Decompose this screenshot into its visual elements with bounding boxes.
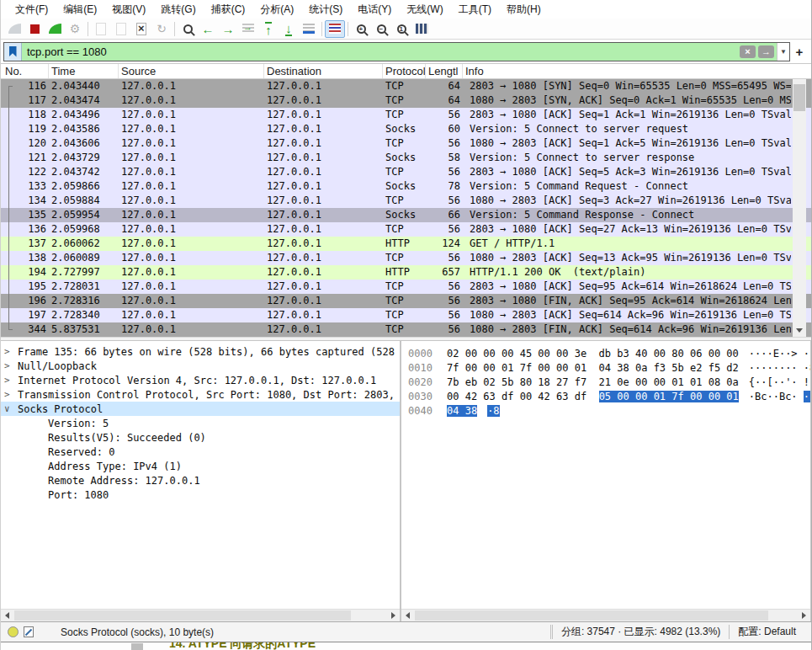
detail-row[interactable]: > Frame 135: 66 bytes on wire (528 bits)…	[1, 344, 400, 359]
bytes-hscrollbar[interactable]	[401, 609, 810, 621]
menu-item[interactable]: 分析(A)	[252, 1, 301, 19]
packet-row[interactable]: 197 2.728340 127.0.0.1 127.0.0.1 TCP 56 …	[1, 308, 811, 322]
go-to-packet-button[interactable]: →	[238, 20, 258, 38]
save-file-button[interactable]	[111, 20, 131, 38]
column-header-time[interactable]: Time	[49, 64, 119, 78]
detail-row[interactable]: > Transmission Control Protocol, Src Por…	[1, 387, 400, 402]
detail-row[interactable]: Address Type: IPv4 (1)	[1, 459, 400, 473]
go-back-button[interactable]: ←	[198, 20, 218, 38]
capture-comment-icon[interactable]	[24, 626, 34, 637]
restart-capture-button[interactable]	[45, 20, 65, 38]
detail-row[interactable]: Results(V5): Succeeded (0)	[1, 430, 400, 445]
menu-item[interactable]: 工具(T)	[451, 1, 499, 19]
resize-grip[interactable]	[804, 622, 811, 642]
scroll-left-button[interactable]	[401, 610, 414, 621]
expert-info-icon[interactable]	[8, 626, 19, 637]
packet-row[interactable]: 119 2.043586 127.0.0.1 127.0.0.1 Socks 6…	[1, 122, 811, 136]
menu-item[interactable]: 统计(S)	[301, 1, 350, 19]
scroll-right-button[interactable]	[387, 610, 400, 621]
packet-row[interactable]: 138 2.060089 127.0.0.1 127.0.0.1 TCP 56 …	[1, 251, 811, 265]
stop-capture-button[interactable]	[24, 20, 45, 38]
packet-row[interactable]: 344 5.837531 127.0.0.1 127.0.0.1 TCP 56 …	[1, 322, 811, 337]
menu-item[interactable]: 捕获(C)	[204, 1, 253, 19]
detail-row[interactable]: Remote Address: 127.0.0.1	[1, 473, 400, 488]
detail-row[interactable]: Version: 5	[1, 416, 400, 430]
packet-row[interactable]: 195 2.728031 127.0.0.1 127.0.0.1 TCP 56 …	[1, 280, 811, 294]
column-header-destination[interactable]: Destination	[264, 64, 383, 78]
triangle-down-icon	[796, 328, 803, 333]
filter-add-button[interactable]: +	[790, 45, 809, 59]
scroll-left-button[interactable]	[1, 610, 13, 621]
hex-row[interactable]: 0020 7b eb 02 5b 80 18 27 f7 21 0e 00 00…	[401, 375, 810, 389]
packet-row[interactable]: 135 2.059954 127.0.0.1 127.0.0.1 Socks 6…	[1, 208, 811, 222]
packet-row[interactable]: 134 2.059884 127.0.0.1 127.0.0.1 TCP 56 …	[1, 194, 811, 208]
go-last-packet-button[interactable]: ↓	[279, 20, 299, 38]
go-first-packet-button[interactable]: ↑	[258, 20, 279, 38]
detail-row[interactable]: ∨ Socks Protocol	[1, 402, 400, 416]
details-hscrollbar[interactable]	[1, 609, 400, 621]
detail-row[interactable]: Reserved: 0	[1, 445, 400, 459]
colorize-button[interactable]	[325, 20, 345, 38]
packet-row[interactable]: 117 2.043474 127.0.0.1 127.0.0.1 TCP 64 …	[1, 93, 811, 108]
scrollbar-thumb[interactable]	[793, 84, 805, 111]
find-packet-button[interactable]	[178, 20, 198, 38]
filter-bookmark-button[interactable]	[4, 43, 22, 61]
hex-row[interactable]: 0030 00 42 63 df 00 42 63 df 05 00 00 01…	[401, 389, 810, 403]
packet-row[interactable]: 137 2.060062 127.0.0.1 127.0.0.1 HTTP 12…	[1, 237, 811, 251]
filter-apply-button[interactable]: →	[758, 45, 774, 58]
column-header-source[interactable]: Source	[119, 64, 264, 78]
column-header-info[interactable]: Info	[463, 64, 811, 78]
menu-item[interactable]: 文件(F)	[8, 1, 56, 19]
scroll-right-button[interactable]	[798, 610, 810, 621]
detail-row[interactable]: > Null/Loopback	[1, 359, 400, 373]
menu-item[interactable]: 电话(Y)	[350, 1, 399, 19]
scroll-down-button[interactable]	[793, 324, 806, 337]
filter-clear-button[interactable]: ×	[740, 45, 756, 58]
scrollbar-thumb[interactable]	[415, 610, 768, 621]
menu-item[interactable]: 无线(W)	[399, 1, 450, 19]
column-header-length[interactable]: Lengtl	[426, 64, 463, 78]
menu-item[interactable]: 编辑(E)	[56, 1, 104, 19]
start-capture-button[interactable]	[4, 20, 24, 38]
expander-icon[interactable]: ∨	[4, 403, 18, 414]
expander-icon[interactable]: >	[4, 389, 18, 400]
packet-row[interactable]: 122 2.043742 127.0.0.1 127.0.0.1 TCP 56 …	[1, 165, 811, 179]
menu-item[interactable]: 帮助(H)	[499, 1, 549, 19]
packet-list-scrollbar[interactable]	[793, 79, 806, 337]
display-filter-field[interactable]: tcp.port == 1080 × → ▼	[3, 42, 790, 61]
packet-row[interactable]: 116 2.043440 127.0.0.1 127.0.0.1 TCP 64 …	[1, 79, 811, 93]
detail-row[interactable]: Port: 1080	[1, 488, 400, 502]
packet-row[interactable]: 196 2.728316 127.0.0.1 127.0.0.1 TCP 56 …	[1, 294, 811, 308]
scrollbar-thumb[interactable]	[14, 610, 351, 621]
zoom-out-button[interactable]: −	[371, 20, 391, 38]
hex-row[interactable]: 0000 02 00 00 00 45 00 00 3e db b3 40 00…	[401, 346, 810, 360]
packet-row[interactable]: 120 2.043606 127.0.0.1 127.0.0.1 TCP 56 …	[1, 136, 811, 151]
resize-columns-button[interactable]	[411, 20, 432, 38]
detail-row[interactable]: > Internet Protocol Version 4, Src: 127.…	[1, 373, 400, 387]
hex-row[interactable]: 0040 04 38 ·8	[401, 403, 810, 418]
open-file-button[interactable]	[91, 20, 111, 38]
capture-options-button[interactable]: ⚙	[65, 20, 85, 38]
expander-icon[interactable]: >	[4, 346, 18, 357]
menu-item[interactable]: 跳转(G)	[153, 1, 203, 19]
packet-row[interactable]: 133 2.059866 127.0.0.1 127.0.0.1 Socks 7…	[1, 179, 811, 194]
close-file-button[interactable]: ×	[131, 20, 151, 38]
autoscroll-button[interactable]	[299, 20, 319, 38]
zoom-in-button[interactable]: +	[351, 20, 371, 38]
packet-row[interactable]: 136 2.059968 127.0.0.1 127.0.0.1 TCP 56 …	[1, 222, 811, 237]
go-forward-button[interactable]: →	[218, 20, 238, 38]
packet-row[interactable]: 118 2.043496 127.0.0.1 127.0.0.1 TCP 56 …	[1, 108, 811, 122]
display-filter-input[interactable]: tcp.port == 1080	[22, 43, 740, 61]
reload-file-button[interactable]: ↻	[151, 20, 172, 38]
expander-icon[interactable]: >	[4, 375, 18, 386]
packet-row[interactable]: 194 2.727997 127.0.0.1 127.0.0.1 HTTP 65…	[1, 265, 811, 280]
column-header-no[interactable]: No.	[1, 64, 49, 78]
status-profile[interactable]: 配置: Default	[729, 625, 804, 639]
expander-icon[interactable]: >	[4, 360, 18, 371]
zoom-100-button[interactable]: 1	[391, 20, 411, 38]
menu-item[interactable]: 视图(V)	[104, 1, 153, 19]
column-header-protocol[interactable]: Protocol	[383, 64, 426, 78]
packet-row[interactable]: 121 2.043729 127.0.0.1 127.0.0.1 Socks 5…	[1, 151, 811, 165]
filter-dropdown-button[interactable]: ▼	[777, 43, 789, 61]
hex-row[interactable]: 0010 7f 00 00 01 7f 00 00 01 04 38 0a f3…	[401, 360, 810, 375]
